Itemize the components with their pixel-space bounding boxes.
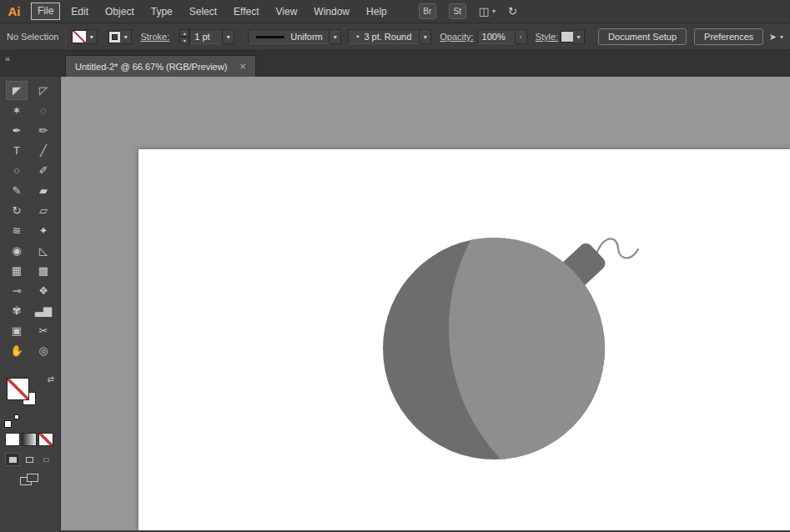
ellipse-tool[interactable]: ○ [6, 161, 28, 180]
menu-select[interactable]: Select [181, 1, 225, 23]
step-down-icon[interactable]: ▾ [179, 37, 189, 44]
zoom-tool[interactable]: ◎ [33, 341, 54, 360]
selection-tool[interactable]: ◤ [6, 81, 28, 100]
menu-bar: Ai File Edit Object Type Select Effect V… [0, 0, 790, 23]
blend-tool[interactable]: ❖ [33, 281, 54, 300]
tool-icon: ✒ [13, 124, 22, 137]
stock-button[interactable]: St [449, 3, 466, 19]
app-logo[interactable]: Ai [0, 4, 28, 18]
rotate-tool[interactable]: ↻ [6, 201, 28, 220]
stroke-swatch[interactable] [109, 32, 120, 43]
menu-type[interactable]: Type [143, 1, 181, 23]
chevron-down-icon[interactable]: ▾ [420, 29, 431, 44]
gradient-button[interactable] [23, 434, 36, 445]
color-button[interactable] [6, 434, 19, 445]
fill-none-swatch[interactable] [73, 31, 86, 43]
stroke-weight-field[interactable]: 1 pt [189, 29, 223, 44]
width-profile-control[interactable]: Uniform ▾ [248, 29, 341, 44]
brush-definition-control[interactable]: • 3 pt. Round ▾ [348, 29, 431, 44]
tool-icon: ↻ [13, 204, 22, 217]
width-tool[interactable]: ≋ [6, 221, 28, 240]
chevron-down-icon[interactable]: ▾ [86, 29, 98, 44]
scale-tool[interactable]: ▱ [33, 201, 54, 220]
menu-edit[interactable]: Edit [63, 1, 97, 23]
bridge-button[interactable]: Br [419, 3, 436, 19]
paintbrush-tool[interactable]: ✐ [33, 161, 54, 180]
collapse-panel-icon[interactable]: « [0, 51, 61, 63]
eraser-tool[interactable]: ▰ [33, 181, 54, 200]
chevron-down-icon[interactable]: ▾ [330, 29, 341, 44]
eyedropper-tool[interactable]: ⊸ [6, 281, 28, 300]
style-swatch[interactable] [561, 32, 573, 42]
symbol-sprayer-tool[interactable]: ✾ [6, 301, 28, 320]
opacity-field[interactable]: 100% [477, 29, 516, 44]
draw-inside-icon [43, 458, 49, 462]
stroke-weight-control[interactable]: 1 pt ▾ [189, 29, 234, 44]
default-fill-stroke-button[interactable] [5, 415, 18, 427]
none-button[interactable] [39, 434, 53, 445]
menu-object[interactable]: Object [97, 1, 143, 23]
stroke-weight-stepper[interactable]: ▴ ▾ [179, 29, 189, 44]
stroke-color-control[interactable]: ▾ [98, 29, 132, 44]
chevron-right-icon[interactable]: › [516, 29, 527, 44]
lasso-tool[interactable]: ◌ [33, 101, 54, 120]
curvature-tool[interactable]: ✏ [33, 121, 54, 140]
gradient-tool[interactable]: ▩ [33, 261, 54, 280]
close-icon[interactable]: × [239, 63, 246, 71]
chevron-down-icon[interactable]: ▾ [223, 29, 234, 44]
line-segment-tool[interactable]: ╱ [33, 141, 54, 160]
brush-field[interactable]: • 3 pt. Round [348, 29, 420, 44]
swap-fill-stroke-icon[interactable]: ⇄ [48, 374, 54, 384]
mesh-tool[interactable]: ▦ [6, 261, 28, 280]
graphic-style-control[interactable]: ▾ [561, 29, 585, 44]
document-tab[interactable]: Untitled-2* @ 66.67% (RGB/Preview) × [65, 55, 256, 77]
magic-wand-tool[interactable]: ✶ [6, 101, 28, 120]
opacity-control[interactable]: 100% › [477, 29, 527, 44]
sync-settings-button[interactable]: ↻ [508, 5, 517, 18]
free-transform-tool[interactable]: ✦ [33, 221, 54, 240]
document-tab-title: Untitled-2* @ 66.67% (RGB/Preview) [75, 62, 227, 72]
menu-file[interactable]: File [31, 3, 60, 20]
opacity-label[interactable]: Opacity: [440, 32, 473, 42]
artboard-tool[interactable]: ▣ [6, 321, 28, 340]
hand-tool[interactable]: ✋ [6, 341, 28, 360]
draw-behind-button[interactable] [23, 454, 36, 465]
column-graph-tool[interactable]: ▃▆ [33, 301, 54, 320]
menu-view[interactable]: View [268, 1, 306, 23]
draw-inside-button[interactable] [39, 454, 53, 465]
workspace-switcher-button[interactable]: ➤ ▾ [769, 32, 783, 43]
direct-selection-tool[interactable]: ◸ [33, 81, 54, 100]
slice-tool[interactable]: ✂ [33, 321, 54, 340]
arrange-documents-button[interactable]: ◫ ▾ [479, 5, 496, 18]
perspective-grid-tool[interactable]: ◺ [33, 241, 54, 260]
stroke-label[interactable]: Stroke: [140, 32, 169, 42]
bomb-artwork[interactable] [61, 77, 789, 530]
canvas[interactable] [61, 77, 790, 530]
document-setup-button[interactable]: Document Setup [598, 28, 687, 45]
sync-icon: ↻ [508, 5, 517, 18]
type-tool[interactable]: T [6, 141, 28, 160]
tool-icon: ✶ [13, 104, 22, 117]
brush-dot-icon: • [356, 33, 359, 41]
draw-normal-button[interactable] [6, 454, 19, 465]
tool-icon: ❖ [38, 284, 48, 297]
bomb-highlight[interactable] [449, 138, 789, 519]
step-up-icon[interactable]: ▴ [179, 29, 189, 37]
pen-tool[interactable]: ✒ [6, 121, 28, 140]
chevron-down-icon[interactable]: ▾ [120, 29, 132, 44]
menu-window[interactable]: Window [305, 1, 358, 23]
preferences-button[interactable]: Preferences [694, 28, 763, 45]
menu-help[interactable]: Help [358, 1, 395, 23]
style-label[interactable]: Style: [536, 32, 559, 42]
pencil-tool[interactable]: ✎ [6, 181, 28, 200]
width-profile-field[interactable]: Uniform [248, 29, 330, 44]
fill-color-control[interactable]: ▾ [73, 29, 98, 44]
divider [65, 27, 66, 47]
menu-effect[interactable]: Effect [225, 1, 267, 23]
fill-indicator-none[interactable] [8, 379, 28, 399]
chevron-down-icon[interactable]: ▾ [573, 29, 585, 44]
screen-mode-button[interactable] [20, 474, 40, 487]
shape-builder-tool[interactable]: ◉ [6, 241, 28, 260]
tool-icon: ✎ [13, 184, 22, 197]
bomb-fuse[interactable] [596, 238, 638, 258]
